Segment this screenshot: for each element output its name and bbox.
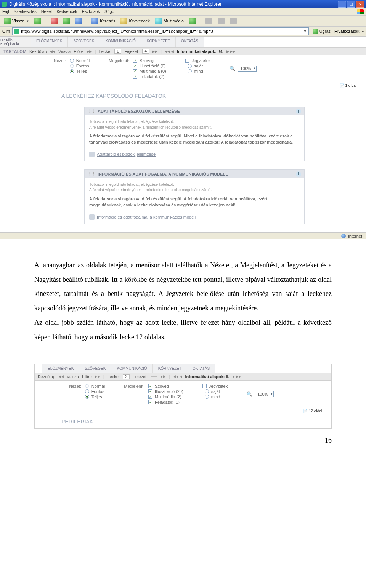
page-count: 📄 1 oldal — [0, 82, 366, 91]
fejezet-value[interactable] — [151, 376, 157, 377]
edit-button[interactable] — [228, 17, 238, 25]
nav-vissza[interactable]: Vissza — [67, 374, 79, 379]
nav-vissza[interactable]: Vissza — [58, 49, 71, 54]
nezet-radio-fontos[interactable]: Fontos — [70, 64, 90, 68]
maximize-button[interactable]: ❐ — [347, 1, 355, 8]
menu-item[interactable]: Szerkesztés — [14, 9, 37, 14]
stop-button[interactable] — [49, 17, 59, 25]
lecke-value[interactable]: 2 — [123, 374, 130, 379]
chapter-next-icon[interactable]: ▶▶ — [152, 50, 157, 53]
nav-prev-double-icon[interactable]: ◀◀ — [50, 50, 55, 53]
media-button[interactable]: Multimédia — [154, 17, 185, 25]
options-row: Nézet: Normál Fontos Teljes Megjelenít: … — [0, 55, 366, 82]
jegy-radio-mind[interactable]: mind — [205, 395, 228, 399]
print-button[interactable] — [216, 17, 226, 25]
megj-check-feladatok[interactable]: ✓Feladatok (2) — [133, 74, 166, 79]
go-button[interactable]: Ugrás — [311, 28, 332, 35]
tab-szovegek[interactable]: SZÖVEGEK — [68, 37, 100, 47]
crumb-prev-icon[interactable]: ◀◀ ◀ — [173, 375, 182, 379]
tab-kornyezet[interactable]: KÖRNYEZET — [153, 364, 187, 373]
nav-kezdolap[interactable]: Kezdőlap — [38, 374, 55, 379]
menu-item[interactable]: Kedvencek — [56, 9, 77, 14]
history-button[interactable] — [188, 17, 197, 25]
media-label: Multimédia — [164, 19, 184, 23]
document-paragraph: A tananyagban az oldalak tetején, a menü… — [0, 239, 366, 360]
zoom-select[interactable]: 100% — [238, 66, 257, 72]
menu-item[interactable]: Fájl — [2, 9, 9, 14]
jegy-radio-mind[interactable]: mind — [188, 69, 211, 74]
megj-check-multimedia[interactable]: ✓Multimédia (0) — [133, 69, 166, 74]
refresh-button[interactable] — [61, 17, 71, 25]
favorites-button[interactable]: Kedvencek — [119, 17, 151, 25]
tab-elozmenyek[interactable]: ELŐZMÉNYEK — [42, 364, 79, 373]
history-icon — [189, 18, 196, 24]
nezet-radio-normal[interactable]: Normál — [85, 384, 105, 388]
tab-elozmenyek[interactable]: ELŐZMÉNYEK — [31, 37, 68, 47]
lecke-label: Lecke: — [108, 374, 120, 379]
lecke-value[interactable]: 1 — [114, 49, 121, 54]
info-icon[interactable]: i — [296, 109, 301, 114]
megj-check-feladatok[interactable]: ✓Feladatok (1) — [148, 400, 183, 404]
chapter-next-icon[interactable]: ▶▶ — [161, 375, 166, 379]
page-count: 📄 12 oldal — [35, 407, 331, 416]
megj-check-multimedia[interactable]: ✓Multimédia (2) — [148, 395, 183, 399]
megj-check-illusztracio[interactable]: ✓Illusztráció (0) — [133, 64, 166, 68]
crumb-next-icon[interactable]: ▶ ▶▶ — [226, 50, 236, 53]
mail-button[interactable] — [204, 17, 214, 25]
nav-tartalom[interactable]: TARTALOM — [3, 49, 26, 54]
nav-elore[interactable]: Előre — [74, 49, 83, 54]
tab-oktatas[interactable]: OKTATÁS — [187, 364, 215, 373]
nezet-radio-normal[interactable]: Normál — [70, 58, 90, 63]
close-button[interactable]: ✕ — [356, 1, 364, 8]
jegy-radio-sajat[interactable]: saját — [188, 64, 211, 68]
tab-kornyezet[interactable]: KÖRNYEZET — [141, 37, 176, 47]
status-bar: Internet — [0, 233, 366, 239]
info-icon[interactable]: i — [296, 171, 301, 177]
nezet-radio-teljes[interactable]: Teljes — [85, 395, 105, 399]
menu-item[interactable]: Nézet — [41, 9, 52, 14]
jegy-check-jegyzetek[interactable]: Jegyzetek — [202, 384, 228, 388]
jegy-check-jegyzetek[interactable]: Jegyzetek — [185, 58, 211, 63]
megj-check-szoveg[interactable]: ✓Szöveg — [133, 58, 166, 63]
menu-item[interactable]: Eszközök — [82, 9, 100, 14]
nezet-group: Nézet: Normál Fontos Teljes — [69, 384, 105, 404]
nav-kezdolap[interactable]: Kezdőlap — [29, 49, 47, 54]
links-label[interactable]: Hivatkozások — [334, 29, 359, 34]
tab-szovegek[interactable]: SZÖVEGEK — [79, 364, 111, 373]
megjelenit-label: Megjelenít: — [109, 58, 129, 78]
favorites-label: Kedvencek — [129, 19, 149, 23]
nav-elore[interactable]: Előre — [82, 374, 92, 379]
megj-check-illusztracio[interactable]: ✓Illusztráció (20) — [148, 389, 183, 394]
zoom-select[interactable]: 100% — [255, 391, 274, 397]
nav-prev-double-icon[interactable]: ◀◀ — [58, 375, 64, 379]
address-input[interactable]: http://www.digitalisoktatas.hu/mmi/view.… — [12, 27, 309, 35]
address-label: Cím — [2, 29, 10, 34]
star-icon — [120, 18, 127, 24]
task-header: ⋮⋮ADATTÁROLÓ ESZKÖZÖK JELLEMZÉSE i — [85, 107, 304, 115]
fejezet-value[interactable]: 4 — [142, 49, 149, 54]
nav-next-double-icon[interactable]: ▶▶ — [87, 50, 92, 53]
crumb-prev-icon[interactable]: ◀◀ ◀ — [165, 50, 174, 53]
home-button[interactable] — [74, 17, 83, 25]
task-link[interactable]: Információ és adat fogalma, a kommunikác… — [89, 214, 300, 220]
crumb-next-icon[interactable]: ▶ ▶▶ — [233, 375, 242, 379]
nav-next-double-icon[interactable]: ▶▶ — [95, 375, 100, 379]
search-button[interactable]: Keresés — [90, 17, 117, 25]
forward-button[interactable] — [33, 17, 43, 25]
back-button[interactable]: Vissza ▼ — [2, 17, 30, 25]
nezet-radio-teljes[interactable]: Teljes — [70, 69, 90, 74]
minimize-button[interactable]: ‒ — [338, 1, 346, 8]
tab-kommunikacio[interactable]: KOMMUNIKÁCIÓ — [100, 37, 141, 47]
go-icon — [313, 29, 318, 34]
nav-row: Kezdőlap ◀◀ Vissza Előre ▶▶ | Lecke: 2 F… — [35, 373, 331, 381]
jegy-radio-sajat[interactable]: saját — [205, 389, 228, 394]
tab-kommunikacio[interactable]: KOMMUNIKÁCIÓ — [111, 364, 152, 373]
tab-oktatas[interactable]: OKTATÁS — [176, 37, 204, 47]
menu-item[interactable]: Súgó — [104, 9, 114, 14]
nezet-radio-fontos[interactable]: Fontos — [85, 389, 105, 394]
grip-icon: ⋮⋮ — [88, 171, 95, 176]
task-link[interactable]: Adattároló eszközök jellemzése — [89, 152, 300, 157]
grip-icon: ⋮⋮ — [88, 109, 95, 114]
edit-icon — [230, 18, 237, 24]
megj-check-szoveg[interactable]: ✓Szöveg — [148, 384, 183, 388]
